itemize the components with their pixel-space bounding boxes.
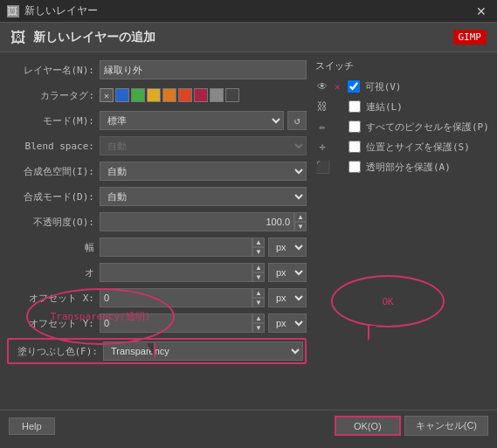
tail-left-inner — [147, 343, 154, 356]
comp-mode-control: 自動 — [100, 187, 307, 206]
title-bar: 🖼 新しいレイヤー ✕ — [0, 0, 497, 23]
width-control: ▲ ▼ px — [100, 238, 307, 257]
width-unit-select[interactable]: px — [268, 238, 307, 257]
switch-lock-position-row: ✛ 位置とサイズを保護(S) — [315, 140, 490, 154]
color-swatch-purple[interactable] — [194, 88, 208, 102]
help-button[interactable]: Help — [9, 417, 55, 435]
width-up[interactable]: ▲ — [252, 238, 265, 247]
color-swatch-gray[interactable] — [210, 88, 224, 102]
linked-icon: ⛓ — [315, 100, 329, 114]
color-swatch-red[interactable] — [178, 88, 192, 102]
width-arrows: ▲ ▼ — [252, 238, 265, 257]
lock-alpha-icon: ⬛ — [315, 160, 329, 174]
opacity-spin: ▲ ▼ — [100, 212, 307, 231]
height-down[interactable]: ▼ — [252, 272, 265, 282]
dialog-header-icon: 🖼 — [10, 28, 26, 46]
mode-label: モード(M): — [7, 114, 94, 128]
mode-control: 標準 ↺ — [100, 111, 307, 130]
width-input[interactable] — [100, 238, 252, 257]
tail-right-inner — [369, 326, 376, 339]
color-space-select[interactable]: 自動 — [100, 162, 307, 181]
layer-name-control — [100, 60, 307, 79]
width-label: 幅 — [7, 241, 94, 254]
offset-x-unit-select[interactable]: px — [268, 288, 307, 307]
right-panel: スイッチ 👁 ✕ 可視(V) ⛓ 連結(L) ✏️ すべてのピクセルを保護(P) — [315, 59, 490, 403]
mode-select[interactable]: 標準 — [100, 111, 284, 130]
lock-position-icon: ✛ — [315, 140, 329, 154]
lock-pixels-checkbox[interactable] — [349, 121, 361, 133]
action-buttons: OK(O) キャンセル(C) — [335, 416, 488, 436]
blend-space-label: Blend space: — [7, 141, 94, 152]
switch-linked-row: ⛓ 連結(L) — [315, 100, 490, 114]
fill-color-label: 塗りつぶし色(F): — [10, 345, 98, 358]
switch-visible-row: 👁 ✕ 可視(V) — [315, 79, 490, 93]
opacity-row: 不透明度(O): ▲ ▼ — [7, 211, 307, 232]
comp-mode-row: 合成モード(D): 自動 — [7, 186, 307, 207]
window-title: 新しいレイヤー — [24, 3, 98, 18]
offset-y-down[interactable]: ▼ — [252, 323, 265, 333]
ok-button[interactable]: OK(O) — [335, 416, 401, 436]
color-space-control: 自動 — [100, 162, 307, 181]
cancel-button[interactable]: キャンセル(C) — [404, 416, 488, 436]
window-icon: 🖼 — [7, 5, 19, 17]
offset-x-down[interactable]: ▼ — [252, 298, 265, 307]
switch-lock-alpha-row: ⬛ 透明部分を保護(A) — [315, 160, 490, 174]
lock-position-checkbox[interactable] — [349, 141, 361, 153]
opacity-label: 不透明度(O): — [7, 216, 94, 229]
offset-y-unit-select[interactable]: px — [268, 314, 307, 333]
visible-label: 可視(V) — [365, 80, 402, 93]
close-button[interactable]: ✕ — [473, 4, 490, 18]
height-unit-select[interactable]: px — [268, 263, 307, 282]
visible-checkbox[interactable] — [348, 80, 360, 93]
height-row: オ ▲ ▼ px — [7, 262, 307, 283]
opacity-input[interactable] — [100, 212, 294, 231]
callout-left: Transparency(透明) — [26, 288, 175, 345]
mode-reset-btn[interactable]: ↺ — [287, 111, 307, 130]
color-tag-control: ✕ — [100, 88, 307, 102]
layer-name-input[interactable] — [100, 60, 307, 79]
blend-space-select[interactable]: 自動 — [100, 136, 307, 155]
color-swatch-blue[interactable] — [115, 88, 129, 102]
dialog-container: 🖼 新しいレイヤー ✕ 🖼 新しいレイヤーの追加 GIMP レイヤー名(N): … — [0, 0, 497, 441]
left-bubble: Transparency(透明) — [26, 288, 175, 345]
left-bubble-text: Transparency(透明) — [51, 310, 151, 323]
lock-position-label: 位置とサイズを保護(S) — [366, 141, 470, 154]
height-up[interactable]: ▲ — [252, 263, 265, 272]
visible-x-mark: ✕ — [335, 81, 341, 93]
offset-y-up[interactable]: ▲ — [252, 314, 265, 323]
opacity-control: ▲ ▼ — [100, 212, 307, 231]
blend-space-control: 自動 — [100, 136, 307, 155]
offset-x-up[interactable]: ▲ — [252, 288, 265, 298]
switches-title: スイッチ — [315, 59, 490, 72]
visible-icon: 👁 — [315, 79, 329, 93]
linked-checkbox[interactable] — [349, 100, 361, 113]
width-down[interactable]: ▼ — [252, 247, 265, 257]
right-bubble: OK — [331, 275, 445, 327]
color-swatch-green[interactable] — [131, 88, 145, 102]
opacity-down[interactable]: ▼ — [294, 222, 307, 231]
dialog-header-left: 🖼 新しいレイヤーの追加 — [10, 28, 155, 46]
color-swatch-yellow[interactable] — [147, 88, 161, 102]
width-spin: ▲ ▼ — [100, 238, 265, 257]
color-swatch-orange[interactable] — [162, 88, 176, 102]
comp-mode-select[interactable]: 自動 — [100, 187, 307, 206]
color-swatch-dark[interactable] — [225, 88, 239, 102]
color-space-label: 合成色空間(I): — [7, 165, 94, 178]
title-bar-left: 🖼 新しいレイヤー — [7, 3, 98, 18]
lock-alpha-checkbox[interactable] — [349, 161, 361, 173]
lock-pixels-label: すべてのピクセルを保護(P) — [366, 121, 489, 134]
color-tag-none[interactable]: ✕ — [100, 88, 114, 102]
color-tag-row: カラータグ: ✕ — [7, 85, 307, 106]
switch-lock-pixels-row: ✏️ すべてのピクセルを保護(P) — [315, 120, 490, 134]
opacity-arrows: ▲ ▼ — [294, 212, 307, 231]
layer-name-row: レイヤー名(N): — [7, 59, 307, 80]
opacity-up[interactable]: ▲ — [294, 212, 307, 222]
height-input[interactable] — [100, 263, 252, 282]
height-arrows: ▲ ▼ — [252, 263, 265, 282]
color-tag-label: カラータグ: — [7, 89, 94, 102]
callout-right: OK — [331, 275, 445, 327]
layer-name-label: レイヤー名(N): — [7, 64, 94, 77]
dialog-body: レイヤー名(N): カラータグ: ✕ — [0, 52, 497, 410]
gimp-badge: GIMP — [453, 30, 487, 45]
right-bubble-text: OK — [382, 296, 393, 307]
